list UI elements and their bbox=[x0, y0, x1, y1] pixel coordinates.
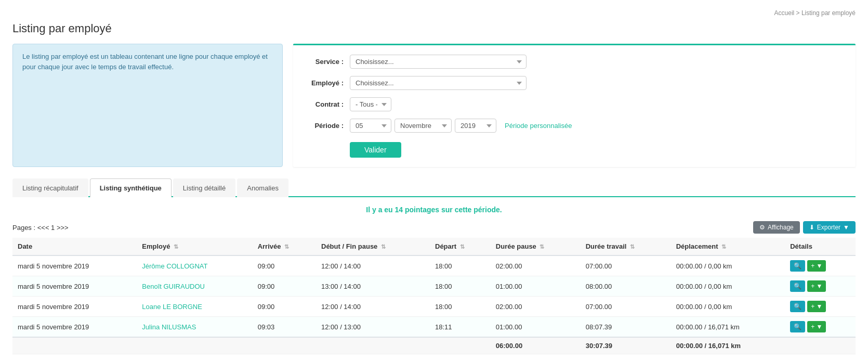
table-body: mardi 5 novembre 2019 Jérôme COLLOGNAT 0… bbox=[12, 255, 856, 354]
gear-icon: ⚙ bbox=[759, 224, 765, 231]
cell-debut-fin-pause: 12:00 / 14:00 bbox=[316, 255, 430, 276]
cell-deplacement: 00:00.00 / 16,071 km bbox=[671, 317, 785, 338]
periode-month-select[interactable]: JanvierFévrierMarsAvrilMaiJuinJuilletAoû… bbox=[394, 119, 452, 133]
cell-date: mardi 5 novembre 2019 bbox=[12, 297, 137, 317]
service-select[interactable]: Choisissez... bbox=[350, 55, 527, 69]
table-row: mardi 5 novembre 2019 Loane LE BORGNE 09… bbox=[12, 297, 856, 317]
cell-arrivee: 09:03 bbox=[253, 317, 316, 338]
totals-duree-travail: 30:07.39 bbox=[581, 337, 671, 354]
col-depart[interactable]: Départ ⇅ bbox=[430, 238, 491, 255]
cell-details: 🔍 + ▼ bbox=[785, 297, 856, 317]
col-arrivee[interactable]: Arrivée ⇅ bbox=[253, 238, 316, 255]
breadcrumb-current: Listing par employé bbox=[801, 9, 856, 17]
cell-depart: 18:11 bbox=[430, 317, 491, 338]
download-icon: ⬇ bbox=[809, 224, 814, 231]
totals-debut-fin bbox=[316, 337, 430, 354]
col-details: Détails bbox=[785, 238, 856, 255]
cell-employe: Benoît GUIRAUDOU bbox=[137, 276, 252, 297]
cell-depart: 18:00 bbox=[430, 276, 491, 297]
cell-details: 🔍 + ▼ bbox=[785, 255, 856, 276]
action-buttons: ⚙ Affichage ⬇ Exporter ▼ bbox=[753, 221, 856, 234]
periode-personnalisee-link[interactable]: Période personnalisée bbox=[505, 122, 572, 130]
contrat-row: Contrat : - Tous -CDICDDAlternance bbox=[306, 97, 843, 111]
employe-row: Employé : Choisissez... bbox=[306, 76, 843, 90]
employe-label: Employé : bbox=[306, 79, 350, 87]
cell-debut-fin-pause: 13:00 / 14:00 bbox=[316, 276, 430, 297]
totals-deplacement: 00:00.00 / 16,071 km bbox=[671, 337, 785, 354]
periode-year-select[interactable]: 2017201820192020 bbox=[455, 119, 496, 133]
view-button[interactable]: 🔍 bbox=[790, 301, 805, 312]
cell-arrivee: 09:00 bbox=[253, 255, 316, 276]
info-text: Le listing par employé est un tableau co… bbox=[22, 53, 268, 71]
view-button[interactable]: 🔍 bbox=[790, 260, 805, 272]
cell-employe: Julina NILUSMAS bbox=[137, 317, 252, 338]
col-duree-travail[interactable]: Durée travail ⇅ bbox=[581, 238, 671, 255]
breadcrumb-separator: > bbox=[796, 9, 801, 17]
contrat-select[interactable]: - Tous -CDICDDAlternance bbox=[350, 97, 391, 111]
employee-link[interactable]: Loane LE BORGNE bbox=[142, 303, 202, 311]
cell-duree-pause: 01:00.00 bbox=[491, 317, 581, 338]
valider-button[interactable]: Valider bbox=[350, 142, 401, 158]
col-deplacement[interactable]: Déplacement ⇅ bbox=[671, 238, 785, 255]
totals-row: 06:00.00 30:07.39 00:00.00 / 16,071 km bbox=[12, 337, 856, 354]
employee-link[interactable]: Julina NILUSMAS bbox=[142, 323, 196, 331]
pagination-text: Pages : <<< 1 >>> bbox=[12, 224, 69, 232]
col-duree-pause[interactable]: Durée pause ⇅ bbox=[491, 238, 581, 255]
cell-deplacement: 00:00.00 / 0,00 km bbox=[671, 276, 785, 297]
cell-duree-travail: 08:07.39 bbox=[581, 317, 671, 338]
service-row: Service : Choisissez... bbox=[306, 55, 843, 69]
dropdown-arrow-icon: ▼ bbox=[843, 224, 849, 231]
top-section: Le listing par employé est un tableau co… bbox=[12, 44, 856, 167]
col-employe[interactable]: Employé ⇅ bbox=[137, 238, 252, 255]
contrat-label: Contrat : bbox=[306, 100, 350, 108]
totals-employe bbox=[137, 337, 252, 354]
col-debut-fin-pause[interactable]: Début / Fin pause ⇅ bbox=[316, 238, 430, 255]
add-button[interactable]: + ▼ bbox=[807, 260, 826, 272]
add-button[interactable]: + ▼ bbox=[807, 280, 826, 292]
cell-debut-fin-pause: 12:00 / 13:00 bbox=[316, 317, 430, 338]
affichage-button[interactable]: ⚙ Affichage bbox=[753, 221, 800, 234]
tab-anomalies[interactable]: Anomalies bbox=[237, 178, 288, 197]
cell-employe: Loane LE BORGNE bbox=[137, 297, 252, 317]
employee-link[interactable]: Benoît GUIRAUDOU bbox=[142, 283, 205, 290]
cell-employe: Jérôme COLLOGNAT bbox=[137, 255, 252, 276]
cell-arrivee: 09:00 bbox=[253, 276, 316, 297]
cell-deplacement: 00:00.00 / 0,00 km bbox=[671, 255, 785, 276]
exporter-button[interactable]: ⬇ Exporter ▼ bbox=[803, 221, 856, 234]
employe-select[interactable]: Choisissez... bbox=[350, 76, 527, 90]
cell-date: mardi 5 novembre 2019 bbox=[12, 317, 137, 338]
cell-duree-pause: 02:00.00 bbox=[491, 297, 581, 317]
employee-link[interactable]: Jérôme COLLOGNAT bbox=[142, 262, 207, 270]
info-box: Le listing par employé est un tableau co… bbox=[12, 44, 283, 167]
totals-details bbox=[785, 337, 856, 354]
add-button[interactable]: + ▼ bbox=[807, 321, 826, 332]
cell-arrivee: 09:00 bbox=[253, 297, 316, 317]
cell-duree-travail: 07:00.00 bbox=[581, 255, 671, 276]
cell-depart: 18:00 bbox=[430, 255, 491, 276]
table-row: mardi 5 novembre 2019 Benoît GUIRAUDOU 0… bbox=[12, 276, 856, 297]
periode-controls: 0102030405060708091011121314151617181920… bbox=[350, 119, 572, 133]
add-button[interactable]: + ▼ bbox=[807, 301, 826, 312]
cell-depart: 18:00 bbox=[430, 297, 491, 317]
view-button[interactable]: 🔍 bbox=[790, 280, 805, 292]
content-section: Il y a eu 14 pointages sur cette période… bbox=[12, 197, 856, 359]
table-row: mardi 5 novembre 2019 Julina NILUSMAS 09… bbox=[12, 317, 856, 338]
cell-details: 🔍 + ▼ bbox=[785, 317, 856, 338]
tab-recapitulatif[interactable]: Listing récapitulatif bbox=[12, 178, 88, 197]
breadcrumb-home: Accueil bbox=[774, 9, 795, 17]
tab-detaille[interactable]: Listing détaillé bbox=[173, 178, 235, 197]
tab-synthetique[interactable]: Listing synthétique bbox=[90, 178, 172, 197]
tabs-section: Listing récapitulatif Listing synthétiqu… bbox=[12, 177, 856, 197]
totals-depart bbox=[430, 337, 491, 354]
cell-deplacement: 00:00.00 / 0,00 km bbox=[671, 297, 785, 317]
cell-duree-pause: 02:00.00 bbox=[491, 255, 581, 276]
breadcrumb: Accueil > Listing par employé bbox=[12, 9, 856, 17]
cell-duree-pause: 01:00.00 bbox=[491, 276, 581, 297]
summary-text: Il y a eu 14 pointages sur cette période… bbox=[12, 206, 856, 214]
table-row: mardi 5 novembre 2019 Jérôme COLLOGNAT 0… bbox=[12, 255, 856, 276]
pagination-export-row: Pages : <<< 1 >>> ⚙ Affichage ⬇ Exporter… bbox=[12, 221, 856, 234]
totals-date bbox=[12, 337, 137, 354]
periode-day-select[interactable]: 0102030405060708091011121314151617181920… bbox=[350, 119, 391, 133]
view-button[interactable]: 🔍 bbox=[790, 321, 805, 332]
table-header: Date Employé ⇅ Arrivée ⇅ Début / Fin pau… bbox=[12, 238, 856, 255]
